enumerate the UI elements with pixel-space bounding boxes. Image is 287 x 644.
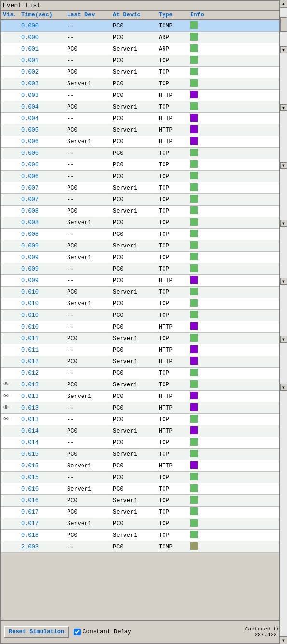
table-row[interactable]: 0.001--PC0TCP	[1, 55, 286, 67]
table-row[interactable]: 0.004--PC0HTTP	[1, 113, 286, 124]
lastdev-cell: PC0	[67, 104, 113, 110]
atdev-cell: PC0	[113, 324, 159, 330]
scroll-thumb[interactable]	[280, 20, 287, 32]
title-bar: Event List	[1, 1, 286, 11]
table-row[interactable]: 0.008PC0Server1TCP	[1, 206, 286, 217]
time-cell: 0.015	[21, 463, 67, 469]
table-row[interactable]: 0.000--PC0ICMP	[1, 20, 286, 32]
table-row[interactable]: 0.009--PC0HTTP	[1, 275, 286, 287]
table-row[interactable]: 0.010--PC0TCP	[1, 310, 286, 321]
table-row[interactable]: 👁0.013Server1PC0HTTP	[1, 391, 286, 402]
table-row[interactable]: 0.005PC0Server1HTTP	[1, 124, 286, 136]
table-row[interactable]: 0.017Server1PC0TCP	[1, 518, 286, 530]
table-row[interactable]: 0.007PC0Server1TCP	[1, 182, 286, 194]
table-row[interactable]: 0.002PC0Server1TCP	[1, 67, 286, 78]
time-cell: 0.013	[21, 416, 67, 423]
info-color-box	[190, 183, 198, 191]
atdev-cell: PC0	[113, 115, 159, 122]
table-row[interactable]: 0.008Server1PC0TCP	[1, 217, 286, 229]
info-cell	[190, 334, 219, 343]
table-row[interactable]: 0.009PC0Server1TCP	[1, 240, 286, 252]
table-row[interactable]: 0.008--PC0TCP	[1, 229, 286, 240]
table-row[interactable]: 0.015Server1PC0HTTP	[1, 460, 286, 472]
info-cell	[190, 160, 219, 170]
atdev-cell: Server1	[113, 509, 159, 516]
table-row[interactable]: 0.014--PC0TCP	[1, 437, 286, 449]
table-row[interactable]: 0.009Server1PC0TCP	[1, 252, 286, 263]
atdev-cell: Server1	[113, 358, 159, 365]
table-row[interactable]: 0.009--PC0TCP	[1, 263, 286, 275]
info-color-box	[190, 125, 198, 133]
type-cell: HTTP	[159, 115, 190, 122]
lastdev-cell: PC0	[67, 69, 113, 76]
scroll-track[interactable]: ▼ ▼ ▼ ▼ ▼ ▼ ▼	[280, 20, 287, 620]
table-row[interactable]: 👁0.013PC0Server1TCP	[1, 379, 286, 391]
info-cell	[190, 79, 219, 89]
info-color-box	[190, 102, 198, 110]
table-row[interactable]: 0.017PC0Server1TCP	[1, 507, 286, 518]
type-cell: TCP	[159, 370, 190, 377]
table-row[interactable]: 0.010PC0Server1TCP	[1, 287, 286, 298]
scrollbar[interactable]: ▲ ▼ ▼ ▼ ▼ ▼ ▼ ▼ ▼	[279, 20, 286, 620]
time-cell: 0.008	[21, 231, 67, 238]
atdev-cell: PC0	[113, 92, 159, 99]
time-cell: 0.003	[21, 92, 67, 99]
info-cell	[190, 33, 219, 42]
table-row[interactable]: 0.003Server1PC0TCP	[1, 78, 286, 90]
table-row[interactable]: 0.016PC0Server1TCP	[1, 495, 286, 507]
info-color-box	[190, 357, 198, 365]
info-color-box	[190, 334, 198, 342]
table-row[interactable]: 0.007--PC0TCP	[1, 194, 286, 206]
time-cell: 0.010	[21, 324, 67, 330]
type-cell: TCP	[159, 509, 190, 516]
table-row[interactable]: 0.001PC0Server1ARP	[1, 43, 286, 55]
lastdev-cell: PC0	[67, 208, 113, 215]
table-row[interactable]: 0.012--PC0TCP	[1, 368, 286, 379]
constant-delay-checkbox[interactable]	[74, 629, 81, 635]
table-row[interactable]: 0.014PC0Server1HTTP	[1, 425, 286, 437]
table-row[interactable]: 0.011--PC0HTTP	[1, 344, 286, 356]
lastdev-cell: PC0	[67, 289, 113, 296]
table-row[interactable]: 0.000--PC0ARP	[1, 32, 286, 43]
table-row[interactable]: 0.016Server1PC0TCP	[1, 483, 286, 495]
lastdev-cell: --	[67, 173, 113, 180]
type-cell: ICMP	[159, 23, 190, 29]
table-row[interactable]: 0.018PC0Server1TCP	[1, 530, 286, 541]
table-row[interactable]: 0.011PC0Server1TCP	[1, 333, 286, 344]
table-row[interactable]: 👁0.013--PC0TCP	[1, 414, 286, 425]
lastdev-cell: --	[67, 23, 113, 29]
table-row[interactable]: 0.006Server1PC0HTTP	[1, 136, 286, 148]
lastdev-cell: Server1	[67, 138, 113, 145]
info-color-box	[190, 230, 198, 237]
table-row[interactable]: 0.006--PC0TCP	[1, 148, 286, 159]
info-cell	[190, 230, 219, 239]
table-row[interactable]: 0.003--PC0HTTP	[1, 90, 286, 101]
time-cell: 0.015	[21, 451, 67, 458]
atdev-cell: PC0	[113, 405, 159, 411]
table-row[interactable]: 0.010Server1PC0TCP	[1, 298, 286, 310]
table-row[interactable]: 0.004PC0Server1TCP	[1, 101, 286, 113]
atdev-cell: Server1	[113, 382, 159, 388]
info-color-box	[190, 206, 198, 214]
type-cell: TCP	[159, 254, 190, 261]
table-row[interactable]: 2.003--PC0ICMP	[1, 541, 286, 553]
vis-cell: 👁	[1, 393, 21, 400]
reset-simulation-button[interactable]: Reset Simulation	[4, 626, 69, 638]
scroll-marker-4: ▼	[280, 220, 287, 227]
table-row[interactable]: 0.012PC0Server1HTTP	[1, 356, 286, 368]
atdev-cell: PC0	[113, 34, 159, 41]
table-row[interactable]: 0.006--PC0TCP	[1, 171, 286, 182]
time-cell: 0.018	[21, 532, 67, 539]
table-row[interactable]: 0.006--PC0TCP	[1, 159, 286, 171]
header-info: Info	[190, 12, 219, 18]
atdev-cell: PC0	[113, 254, 159, 261]
table-row[interactable]: 👁0.013--PC0HTTP	[1, 402, 286, 414]
type-cell: TCP	[159, 162, 190, 168]
table-row[interactable]: 0.015--PC0TCP	[1, 472, 286, 483]
table-row[interactable]: 0.010--PC0HTTP	[1, 321, 286, 333]
table-row[interactable]: 0.015PC0Server1TCP	[1, 449, 286, 460]
info-color-box	[190, 218, 198, 226]
lastdev-cell: Server1	[67, 393, 113, 400]
time-cell: 0.008	[21, 219, 67, 226]
atdev-cell: Server1	[113, 185, 159, 192]
